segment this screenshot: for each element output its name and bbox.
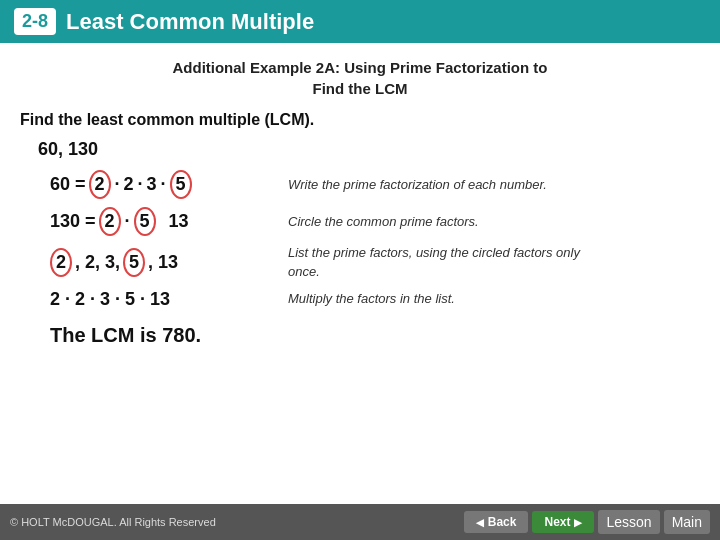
copyright: © HOLT McDOUGAL. All Rights Reserved: [10, 516, 216, 528]
next-arrow-icon: ▶: [574, 517, 582, 528]
description-row3: List the prime factors, using the circle…: [288, 244, 608, 280]
circled-5-row2: 5: [134, 207, 156, 236]
table-row: 60 = 2 · 2 · 3 · 5 Write the prime facto…: [50, 170, 700, 199]
circled-2-row2: 2: [99, 207, 121, 236]
page-title: Least Common Multiple: [66, 9, 314, 35]
description-row4: Multiply the factors in the list.: [288, 290, 455, 308]
equation-row3: 2 , 2, 3, 5 , 13: [50, 248, 270, 277]
table-row: 2 , 2, 3, 5 , 13 List the prime factors,…: [50, 244, 700, 280]
example-subtitle: Additional Example 2A: Using Prime Facto…: [20, 57, 700, 99]
solution-rows: 60 = 2 · 2 · 3 · 5 Write the prime facto…: [50, 170, 700, 310]
lesson-button[interactable]: Lesson: [598, 510, 659, 534]
problem-label: 60, 130: [38, 139, 700, 160]
circled-2-row3: 2: [50, 248, 72, 277]
main-button[interactable]: Main: [664, 510, 710, 534]
back-button[interactable]: ◀ Back: [464, 511, 529, 533]
section-title: Find the least common multiple (LCM).: [20, 111, 700, 129]
lesson-badge: 2-8: [14, 8, 56, 35]
main-content: Additional Example 2A: Using Prime Facto…: [0, 43, 720, 357]
circled-2-row1: 2: [89, 170, 111, 199]
equation-row1: 60 = 2 · 2 · 3 · 5: [50, 170, 270, 199]
circled-5-row3: 5: [123, 248, 145, 277]
table-row: 130 = 2 · 5 13 Circle the common prime f…: [50, 207, 700, 236]
back-arrow-icon: ◀: [476, 517, 484, 528]
page-header: 2-8 Least Common Multiple: [0, 0, 720, 43]
page-footer: © HOLT McDOUGAL. All Rights Reserved ◀ B…: [0, 504, 720, 540]
equation-row4: 2 · 2 · 3 · 5 · 13: [50, 289, 270, 310]
table-row: 2 · 2 · 3 · 5 · 13 Multiply the factors …: [50, 289, 700, 310]
description-row2: Circle the common prime factors.: [288, 213, 479, 231]
next-button[interactable]: Next ▶: [532, 511, 594, 533]
nav-buttons: ◀ Back Next ▶ Lesson Main: [464, 510, 710, 534]
circled-5-row1: 5: [170, 170, 192, 199]
equation-row2: 130 = 2 · 5 13: [50, 207, 270, 236]
description-row1: Write the prime factorization of each nu…: [288, 176, 547, 194]
lcm-result: The LCM is 780.: [50, 324, 700, 347]
